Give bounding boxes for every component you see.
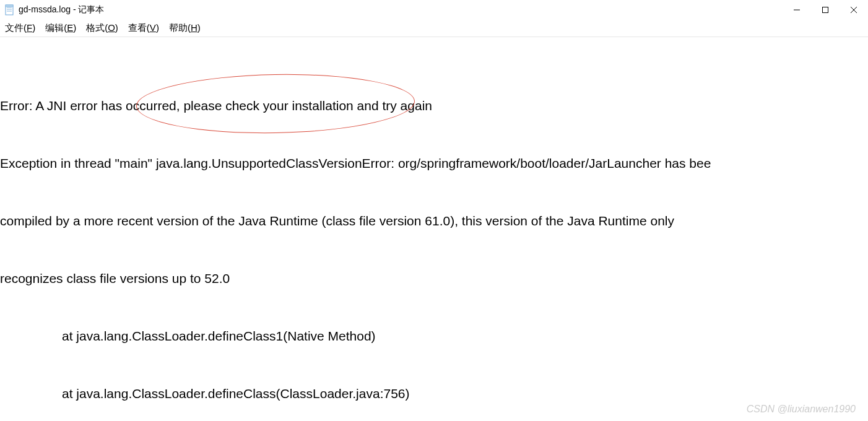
log-line: recognizes class file versions up to 52.… <box>0 269 868 288</box>
log-line: Exception in thread "main" java.lang.Uns… <box>0 154 868 173</box>
minimize-button[interactable] <box>783 0 811 20</box>
log-line: Error: A JNI error has occurred, please … <box>0 96 868 115</box>
notepad-icon <box>5 4 15 16</box>
menu-edit[interactable]: 编辑(E) <box>40 21 81 35</box>
text-content[interactable]: Error: A JNI error has occurred, please … <box>0 37 868 421</box>
window-controls <box>783 0 868 20</box>
titlebar: gd-mssda.log - 记事本 <box>0 0 868 20</box>
stack-line: at java.lang.ClassLoader.defineClass(Cla… <box>0 384 868 403</box>
close-button[interactable] <box>840 0 868 20</box>
menu-view[interactable]: 查看(V) <box>123 21 164 35</box>
window-title: gd-mssda.log - 记事本 <box>19 4 104 15</box>
stack-line: at java.lang.ClassLoader.defineClass1(Na… <box>0 326 868 345</box>
menubar: 文件(F) 编辑(E) 格式(O) 查看(V) 帮助(H) <box>0 20 868 37</box>
svg-rect-6 <box>823 7 828 13</box>
maximize-button[interactable] <box>811 0 840 20</box>
menu-file[interactable]: 文件(F) <box>0 21 40 35</box>
watermark: CSDN @liuxianwen1990 <box>747 404 856 415</box>
svg-rect-4 <box>6 5 13 7</box>
menu-help[interactable]: 帮助(H) <box>164 21 206 35</box>
menu-format[interactable]: 格式(O) <box>81 21 123 35</box>
log-line: compiled by a more recent version of the… <box>0 211 868 230</box>
